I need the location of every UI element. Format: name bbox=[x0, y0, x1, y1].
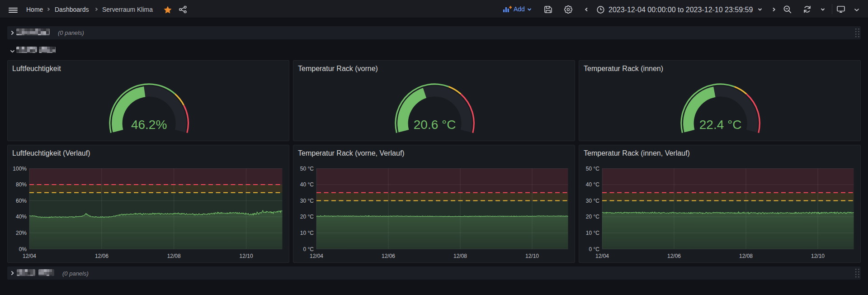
svg-text:20 °C: 20 °C bbox=[300, 214, 314, 220]
svg-text:0%: 0% bbox=[19, 246, 27, 252]
svg-text:0 °C: 0 °C bbox=[589, 246, 600, 252]
svg-text:50 °C: 50 °C bbox=[300, 166, 314, 172]
svg-text:12/04: 12/04 bbox=[595, 253, 609, 259]
svg-text:12/06: 12/06 bbox=[95, 253, 108, 259]
svg-text:12/10: 12/10 bbox=[811, 253, 825, 259]
svg-text:20%: 20% bbox=[16, 230, 27, 236]
svg-text:40 °C: 40 °C bbox=[300, 181, 314, 188]
svg-text:12/04: 12/04 bbox=[310, 253, 323, 259]
svg-text:30 °C: 30 °C bbox=[586, 198, 599, 204]
svg-text:50 °C: 50 °C bbox=[586, 166, 599, 172]
svg-text:80%: 80% bbox=[16, 181, 27, 188]
svg-text:30 °C: 30 °C bbox=[300, 198, 314, 204]
svg-text:12/06: 12/06 bbox=[382, 253, 395, 259]
svg-text:100%: 100% bbox=[13, 166, 27, 172]
svg-text:20.6 °C: 20.6 °C bbox=[414, 118, 456, 132]
svg-text:12/08: 12/08 bbox=[453, 253, 467, 259]
svg-text:12/08: 12/08 bbox=[739, 253, 753, 259]
svg-text:0 °C: 0 °C bbox=[303, 246, 314, 252]
svg-text:12/04: 12/04 bbox=[23, 253, 36, 259]
svg-text:12/06: 12/06 bbox=[667, 253, 681, 259]
svg-text:40 °C: 40 °C bbox=[586, 181, 599, 188]
svg-text:46.2%: 46.2% bbox=[131, 118, 167, 132]
svg-text:20 °C: 20 °C bbox=[586, 214, 599, 220]
svg-text:40%: 40% bbox=[16, 214, 27, 220]
svg-text:12/10: 12/10 bbox=[240, 253, 253, 259]
svg-text:60%: 60% bbox=[16, 198, 27, 204]
svg-text:12/08: 12/08 bbox=[167, 253, 181, 259]
svg-text:12/10: 12/10 bbox=[525, 253, 539, 259]
svg-text:10 °C: 10 °C bbox=[586, 230, 599, 236]
svg-text:10 °C: 10 °C bbox=[300, 230, 314, 236]
svg-text:22.4 °C: 22.4 °C bbox=[699, 118, 742, 132]
